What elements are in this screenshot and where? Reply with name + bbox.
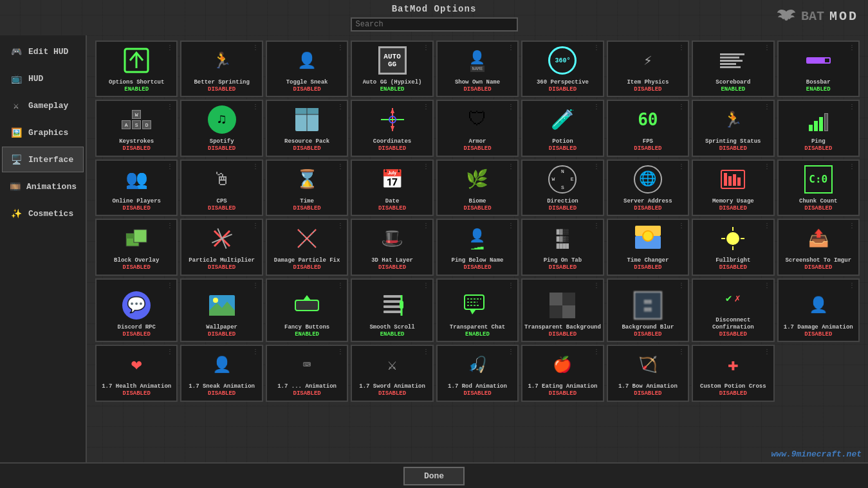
mod-icon: ❤ xyxy=(120,348,152,381)
mod-card-block-overlay[interactable]: ⋮ Block Overlay DISABLED xyxy=(95,219,178,275)
mod-icon xyxy=(291,104,323,136)
mod-status: DISABLED xyxy=(123,264,151,272)
sidebar-item-edit-hud[interactable]: 🎮 Edit HUD xyxy=(2,39,84,64)
mod-name: Block Overlay xyxy=(114,257,159,264)
done-button[interactable]: Done xyxy=(403,467,465,485)
mod-card-1.7-eating-animation[interactable]: ⋮ 🍎 1.7 Eating Animation DISABLED xyxy=(521,345,604,401)
mod-icon: ✔✗ xyxy=(717,282,749,314)
mod-card-fullbright[interactable]: ⋮ Fullbright DISABLED xyxy=(692,219,774,275)
mod-card-1.7-...-animation[interactable]: ⋮ ⌨ 1.7 ... Animation DISABLED xyxy=(266,345,348,401)
mod-name: Ping Below Name xyxy=(451,257,503,264)
mod-card-background-blur[interactable]: ⋮ ▦▦▦▦ Background Blur DISABLED xyxy=(607,278,689,342)
mod-card-armor[interactable]: ⋮ 🛡 Armor DISABLED xyxy=(436,100,519,156)
mod-card-screenshot-to-imgur[interactable]: ⋮ 📤 Screenshot To Imgur DISABLED xyxy=(777,219,860,275)
mod-card-ping-on-tab[interactable]: ⋮ █▓░░█▓▒░████ Ping On Tab DISABLED xyxy=(521,219,604,275)
mod-card-bossbar[interactable]: ⋮ Bossbar ENABLED xyxy=(777,41,860,97)
mod-card-auto-gg-(hypixel)[interactable]: ⋮ AUTOGG Auto GG (Hypixel) ENABLED xyxy=(351,41,433,97)
mod-name: Ping xyxy=(811,138,826,145)
mod-icon: ⚔ xyxy=(376,348,409,381)
svg-rect-19 xyxy=(134,230,147,242)
mod-card-damage-particle-fix[interactable]: ⋮ Damage Particle Fix DISABLED xyxy=(266,219,348,275)
mod-card-1.7-damage-animation[interactable]: ⋮ 👤 1.7 Damage Animation DISABLED xyxy=(777,278,860,342)
search-bar[interactable] xyxy=(351,17,518,32)
mod-card-ping[interactable]: ⋮ Ping DISABLED xyxy=(777,100,860,156)
mod-status: DISABLED xyxy=(804,205,832,213)
mod-card-time[interactable]: ⋮ ⌛ Time DISABLED xyxy=(266,159,348,216)
mod-card-particle-multiplier[interactable]: ⋮ Particle Multiplier DISABLED xyxy=(180,219,263,275)
mod-status: DISABLED xyxy=(634,86,661,94)
mod-card-disconnect-confirmation[interactable]: ⋮ ✔✗ Disconnect Confirmation DISABLED xyxy=(692,278,774,342)
mod-card-1.7-rod-animation[interactable]: ⋮ 🎣 1.7 Rod Animation DISABLED xyxy=(436,345,519,401)
card-dots: ⋮ xyxy=(593,222,600,230)
card-dots: ⋮ xyxy=(423,348,429,356)
mod-card-1.7-health-animation[interactable]: ⋮ ❤ 1.7 Health Animation DISABLED xyxy=(95,345,178,401)
mod-card-online-players[interactable]: ⋮ 👥 Online Players DISABLED xyxy=(95,159,178,216)
mod-name: Wallpaper xyxy=(206,324,237,331)
mod-status: DISABLED xyxy=(719,205,747,213)
mod-card-1.7-bow-animation[interactable]: ⋮ 🏹 1.7 Bow Animation DISABLED xyxy=(607,345,689,401)
sidebar-item-hud[interactable]: 📺 HUD xyxy=(2,66,84,91)
mod-card-1.7-sword-animation[interactable]: ⋮ ⚔ 1.7 Sword Animation DISABLED xyxy=(351,345,433,401)
mod-name: 1.7 Rod Animation xyxy=(448,383,507,390)
mod-card-server-address[interactable]: ⋮ 🌐 Server Address DISABLED xyxy=(607,159,689,216)
mod-card-transparent-chat[interactable]: ⋮ Transparent Chat ENABLED xyxy=(436,278,519,342)
mod-card-resource-pack[interactable]: ⋮ Resource Pack DISABLED xyxy=(266,100,348,156)
mod-card-biome[interactable]: ⋮ 🌿 Biome DISABLED xyxy=(436,159,519,216)
done-bar: Done xyxy=(0,462,868,488)
mod-card-toggle-sneak[interactable]: ⋮ 👤 Toggle Sneak DISABLED xyxy=(266,41,348,97)
mod-card-360-perspective[interactable]: ⋮ 360° 360 Perspective DISABLED xyxy=(521,41,604,97)
mod-card-sprinting-status[interactable]: ⋮ 🏃 Sprinting Status DISABLED xyxy=(692,100,774,156)
svg-marker-50 xyxy=(470,309,476,314)
mod-card-fancy-buttons[interactable]: ⋮ Fancy Buttons ENABLED xyxy=(266,278,348,342)
sidebar-item-gameplay[interactable]: ⚔️ Gameplay xyxy=(2,93,84,118)
mod-status: ENABLED xyxy=(806,86,831,94)
card-dots: ⋮ xyxy=(252,282,259,289)
mod-card-better-sprinting[interactable]: ⋮ 🏃 Better Sprinting DISABLED xyxy=(180,41,263,97)
mod-card-options-shortcut[interactable]: ⋮ Options Shortcut ENABLED xyxy=(95,41,178,97)
mod-card-1.7-sneak-animation[interactable]: ⋮ 👤 1.7 Sneak Animation DISABLED xyxy=(180,345,263,401)
mod-status: DISABLED xyxy=(123,331,151,339)
mod-name: Particle Multiplier xyxy=(189,257,255,264)
mod-name: Biome xyxy=(468,198,486,205)
mod-icon: 🏃 xyxy=(717,104,749,136)
mod-card-spotify[interactable]: ⋮ ♫ Spotify DISABLED xyxy=(180,100,263,156)
mod-icon: C:0 xyxy=(802,163,835,195)
mod-card-time-changer[interactable]: ⋮ Time Changer DISABLED xyxy=(607,219,689,275)
svg-rect-15 xyxy=(728,176,732,186)
mod-card-chunk-count[interactable]: ⋮ C:0 Chunk Count DISABLED xyxy=(777,159,860,216)
card-dots: ⋮ xyxy=(849,44,855,51)
mod-card-cps[interactable]: ⋮ 🖱 CPS DISABLED xyxy=(180,159,263,216)
mod-card-keystrokes[interactable]: ⋮ WASD Keystrokes DISABLED xyxy=(95,100,178,156)
mod-card-transparent-background[interactable]: ⋮ Transparent Background DISABLED xyxy=(521,278,604,342)
svg-rect-14 xyxy=(724,173,727,186)
mod-status: DISABLED xyxy=(634,390,661,398)
mod-card-direction[interactable]: ⋮ NSWE Direction DISABLED xyxy=(521,159,604,216)
sidebar-item-interface[interactable]: 🖥️ Interface xyxy=(2,147,84,172)
sidebar-item-animations[interactable]: 🎞️ Animations xyxy=(2,174,84,199)
mod-card-memory-usage[interactable]: ⋮ Memory Usage DISABLED xyxy=(692,159,774,216)
sidebar-icon-animations: 🎞️ xyxy=(9,179,21,194)
mod-card-show-own-name[interactable]: ⋮ 👤NAME Show Own Name DISABLED xyxy=(436,41,519,97)
mod-icon: ⚡ xyxy=(632,44,664,77)
sidebar-item-cosmetics[interactable]: ✨ Cosmetics xyxy=(2,201,84,226)
mod-card-item-physics[interactable]: ⋮ ⚡ Item Physics DISABLED xyxy=(607,41,689,97)
sidebar-item-graphics[interactable]: 🖼️ Graphics xyxy=(2,120,84,145)
main-content[interactable]: ⋮ Options Shortcut ENABLED ⋮ 🏃 Better Sp… xyxy=(90,35,865,462)
mod-card-custom-potion-cross[interactable]: ⋮ ✚ Custom Potion Cross DISABLED xyxy=(692,345,774,401)
mod-card-wallpaper[interactable]: ⋮ Wallpaper DISABLED xyxy=(180,278,263,342)
mod-card-fps[interactable]: ⋮ 60 FPS DISABLED xyxy=(607,100,689,156)
mod-card-smooth-scroll[interactable]: ⋮ Smooth Scroll ENABLED xyxy=(351,278,433,342)
mod-card-scoreboard[interactable]: ⋮ Scoreboard ENABLED xyxy=(692,41,774,97)
search-input[interactable] xyxy=(356,20,513,29)
mod-card-date[interactable]: ⋮ 📅 Date DISABLED xyxy=(351,159,433,216)
mod-status: DISABLED xyxy=(293,205,320,213)
mod-status: ENABLED xyxy=(721,86,745,94)
mod-card-3d-hat-layer[interactable]: ⋮ 🎩 3D Hat Layer DISABLED xyxy=(351,219,433,275)
mod-card-coordinates[interactable]: ⋮ Coordinates DISABLED xyxy=(351,100,433,156)
mod-card-potion[interactable]: ⋮ 🧪 Potion DISABLED xyxy=(521,100,604,156)
sidebar-label-cosmetics: Cosmetics xyxy=(28,209,73,219)
sidebar-label-hud: HUD xyxy=(28,74,43,84)
svg-rect-17 xyxy=(737,177,741,186)
mod-card-ping-below-name[interactable]: ⋮ 👤▁▂▃▄ Ping Below Name DISABLED xyxy=(436,219,519,275)
mod-card-discord-rpc[interactable]: ⋮ 💬 Discord RPC DISABLED xyxy=(95,278,178,342)
